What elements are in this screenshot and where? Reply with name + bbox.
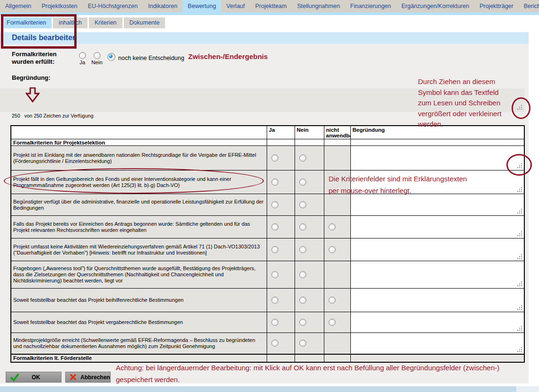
app-window: AllgemeinProjektkostenEU-HöchstgrenzenIn… <box>0 0 539 392</box>
nav-tab-projektteam[interactable]: Projektteam <box>250 0 292 12</box>
details-header-bar: Details bearbeiten <box>0 32 529 44</box>
radio-ja-row6[interactable] <box>271 271 278 278</box>
radio-nein-row7[interactable] <box>299 297 306 304</box>
annotation-resize-note: Durch Ziehen an diesem Symbol kann das T… <box>418 77 509 130</box>
radio-ja-row8[interactable] <box>271 319 278 326</box>
radio-ja-row3[interactable] <box>271 201 278 208</box>
nav-tab-projektträger[interactable]: Projektträger <box>474 0 519 12</box>
criteria-text-8: Soweit feststellbar beachtet das Projekt… <box>11 312 267 333</box>
bottom-scrollbar[interactable] <box>0 386 516 392</box>
begruendung-field-row8[interactable] <box>350 312 524 333</box>
radio-nicht-anwendbar-row4[interactable] <box>329 223 336 230</box>
section-cell <box>267 354 295 362</box>
resize-grip-icon[interactable] <box>517 281 522 287</box>
begruendung-field-row4[interactable] <box>350 216 524 239</box>
criteria-text-1: Projekt ist im Einklang mit der anwendba… <box>11 146 267 170</box>
radio-nicht-anwendbar-row7[interactable] <box>329 297 336 304</box>
page-title: Details bearbeiten <box>12 34 77 42</box>
formalkriterien-question-label: Formalkriterien wurden erfüllt: <box>12 51 73 66</box>
resize-grip-icon[interactable] <box>517 105 522 110</box>
ok-button-label: OK <box>32 374 40 381</box>
radio-label-noch-keine-entscheidung: noch keine Entscheidung <box>118 55 184 61</box>
radio-nein-row9[interactable] <box>299 340 306 347</box>
annotation-mouseover-note: Die Kriterienfelder sind mit Erklärungst… <box>329 173 485 196</box>
nav-tab-projektkosten[interactable]: Projektkosten <box>36 0 83 12</box>
sub-tab-inhaltlich[interactable]: inhaltlich <box>53 17 87 28</box>
nav-tab-eu-höchstgrenzen[interactable]: EU-Höchstgrenzen <box>83 0 143 12</box>
section-cell <box>324 354 350 362</box>
section-cell <box>295 354 324 362</box>
radio-erfuellt-nein[interactable] <box>94 52 101 59</box>
cancel-button[interactable]: Abbrechen <box>65 372 111 383</box>
radio-nein-row2[interactable] <box>299 179 306 186</box>
radio-nein-row6[interactable] <box>299 271 306 278</box>
nav-tab-allgemein[interactable]: Allgemein <box>0 0 36 12</box>
header-cell-nein: Nein <box>295 126 324 139</box>
begruendung-field-row5[interactable] <box>350 239 524 261</box>
radio-ja-row4[interactable] <box>271 223 278 230</box>
bottom-scrollbar-end <box>516 386 539 392</box>
begruendung-field-row1[interactable] <box>350 146 524 170</box>
criteria-table-wrap: JaNeinnicht anwendbarBegründungFormalkri… <box>10 125 525 363</box>
main-nav: AllgemeinProjektkostenEU-HöchstgrenzenIn… <box>0 0 539 12</box>
cell-na-row9 <box>324 333 350 354</box>
nav-tab-finanzierungen[interactable]: Finanzierungen <box>345 0 396 12</box>
radio-erfuellt-ja[interactable] <box>79 52 86 59</box>
section-cell <box>350 354 524 362</box>
criteria-row-9: Mindestprojektgröße erreicht (Schwellenw… <box>11 333 524 354</box>
radio-ja-row2[interactable] <box>271 179 278 186</box>
radio-ja-row7[interactable] <box>271 297 278 304</box>
ok-button[interactable]: OK <box>6 372 61 383</box>
radio-erfuellt-noch-keine-entscheidung[interactable] <box>107 53 115 61</box>
radio-nicht-anwendbar-row8[interactable] <box>329 319 336 326</box>
cell-na-row3 <box>324 194 350 216</box>
nav-tab-ergänzungen-korrekturen[interactable]: Ergänzungen/Korrekturen <box>396 0 474 12</box>
char-counter: 250von 250 Zeichen zur Verfügung <box>12 113 93 119</box>
criteria-text-9: Mindestprojektgröße erreicht (Schwellenw… <box>11 333 267 354</box>
nav-tab-bewertung[interactable]: Bewertung <box>183 0 221 12</box>
radio-ja-row9[interactable] <box>271 340 278 347</box>
criteria-text-4: Falls das Projekt bereits vor Einreichen… <box>11 216 267 239</box>
cell-nein-row7 <box>295 289 324 312</box>
section-cell <box>295 139 324 146</box>
radio-nein-row5[interactable] <box>299 246 306 253</box>
resize-grip-icon[interactable] <box>517 163 522 169</box>
cell-ja-row2 <box>267 170 295 194</box>
cell-ja-row5 <box>267 239 295 261</box>
resize-grip-icon[interactable] <box>517 254 522 259</box>
begruendung-field-row6[interactable] <box>350 261 524 289</box>
nav-tab-berichte-meilenstein[interactable]: Berichte/Meilenstein <box>519 0 539 12</box>
criteria-row-4: Falls das Projekt bereits vor Einreichen… <box>11 216 524 239</box>
sub-tabs: FormalkriterieninhaltlichKriterienDokume… <box>1 17 166 28</box>
x-icon <box>70 374 77 381</box>
radio-ja-row5[interactable] <box>271 246 278 253</box>
nav-tab-verlauf[interactable]: Verlauf <box>221 0 250 12</box>
radio-nicht-anwendbar-row5[interactable] <box>329 246 336 253</box>
nav-tab-indikatoren[interactable]: Indikatoren <box>143 0 183 12</box>
sub-tab-formalkriterien[interactable]: Formalkriterien <box>1 17 52 28</box>
resize-grip-icon[interactable] <box>517 209 522 214</box>
radio-nein-row4[interactable] <box>299 223 306 230</box>
begruendung-field-row9[interactable] <box>350 333 524 354</box>
criteria-row-8: Soweit feststellbar beachtet das Projekt… <box>11 312 524 333</box>
nav-tab-stellungnahmen[interactable]: Stellungnahmen <box>292 0 345 12</box>
resize-grip-icon[interactable] <box>517 305 522 310</box>
sub-tab-kriterien[interactable]: Kriterien <box>89 17 122 28</box>
cell-nein-row5 <box>295 239 324 261</box>
resize-grip-icon[interactable] <box>517 231 522 237</box>
begruendung-field-row7[interactable] <box>350 289 524 312</box>
criteria-row-7: Soweit feststellbar beachtet das Projekt… <box>11 289 524 312</box>
cell-nein-row1 <box>295 146 324 170</box>
begruendung-field-row3[interactable] <box>350 194 524 216</box>
resize-grip-icon[interactable] <box>517 187 522 192</box>
radio-nein-row3[interactable] <box>299 201 306 208</box>
cell-na-row5 <box>324 239 350 261</box>
sub-tab-dokumente[interactable]: Dokumente <box>124 17 165 28</box>
resize-grip-icon[interactable] <box>517 326 522 331</box>
radio-ja-row1[interactable] <box>271 154 278 162</box>
criteria-row-5: Projekt umfasst keine Aktivitäten mit Wi… <box>11 239 524 261</box>
radio-nein-row1[interactable] <box>299 154 306 162</box>
resize-grip-icon[interactable] <box>517 347 522 352</box>
radio-group-ja: Ja <box>77 52 87 65</box>
radio-nein-row8[interactable] <box>299 319 306 326</box>
